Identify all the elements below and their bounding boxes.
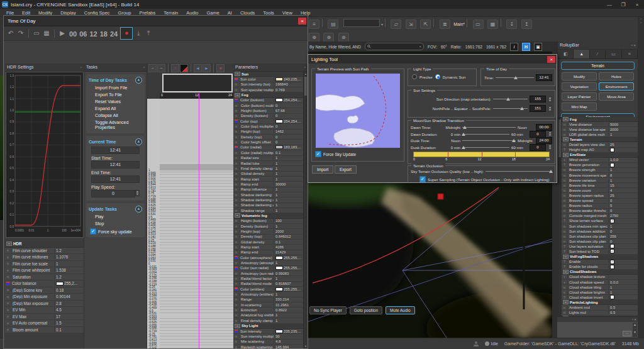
- curve-grid[interactable]: [160, 99, 233, 348]
- slider-thumb[interactable]: [520, 107, 524, 110]
- collapse-group-icon[interactable]: ∧: [135, 77, 142, 84]
- console-more-button[interactable]: …: [623, 331, 631, 336]
- layers-icon[interactable]: ▤: [328, 19, 338, 29]
- pin-icon[interactable]: ▫: [304, 64, 306, 71]
- import-button[interactable]: Import: [312, 165, 333, 174]
- color-swatch[interactable]: [56, 282, 64, 285]
- property-value[interactable]: 4: [609, 189, 638, 192]
- property-value[interactable]: 1: [274, 292, 303, 296]
- property-value[interactable]: 0.99083: [274, 272, 303, 275]
- property-value[interactable]: 0.18: [55, 288, 84, 292]
- property-value[interactable]: 1: [274, 177, 303, 181]
- property-value[interactable]: 0.8922: [274, 308, 303, 312]
- property-value[interactable]: 254,254,...: [274, 98, 303, 102]
- value-stepper[interactable]: ▲▼: [548, 96, 552, 102]
- property-value[interactable]: 1: [274, 187, 303, 191]
- minimize-button[interactable]: —: [602, 2, 616, 8]
- property-row[interactable]: nEV Auto compensat1.5: [5, 320, 84, 327]
- export-button[interactable]: Export: [335, 165, 357, 174]
- property-row[interactable]: n(Dep) Max exposure2.8: [5, 301, 84, 307]
- transition-slider[interactable]: [462, 138, 516, 143]
- slider-thumb[interactable]: [512, 139, 516, 142]
- pin-icon[interactable]: ▫: [632, 318, 633, 321]
- property-value[interactable]: 1: [274, 209, 303, 213]
- property-value[interactable]: 255,255,...: [274, 266, 303, 270]
- info-button[interactable]: i: [510, 43, 518, 51]
- property-value[interactable]: 15: [609, 184, 638, 187]
- day-timeline-bar[interactable]: [413, 152, 550, 157]
- pin-icon[interactable]: ▫: [143, 64, 145, 71]
- key-points-icon[interactable]: ∴: [171, 64, 179, 72]
- filter-label[interactable]: By Name, Hide filtered, AND: [309, 45, 361, 49]
- start-time-value[interactable]: 12:41: [91, 161, 140, 169]
- close-icon[interactable]: ×: [547, 56, 555, 63]
- next-key-icon[interactable]: ►: [203, 64, 211, 72]
- property-value[interactable]: 235,235,...: [274, 330, 303, 333]
- property-value[interactable]: 1: [274, 198, 303, 202]
- terrain-button-vegetation[interactable]: Vegetation: [562, 82, 597, 91]
- search-clear-icon[interactable]: ×: [419, 45, 422, 48]
- dynamic-sun-radio[interactable]: [435, 74, 440, 79]
- collapse-icon[interactable]: −: [235, 93, 240, 97]
- color-swatch[interactable]: [275, 145, 283, 149]
- property-row[interactable]: nShadow darkening1: [233, 192, 303, 197]
- property-row[interactable]: nCloud shadow brightn1: [562, 290, 638, 295]
- property-value[interactable]: 25: [609, 194, 638, 197]
- task-collapse-all[interactable]: Collapse All: [87, 112, 143, 119]
- group-header-volfogshadows[interactable]: −VolFogShadows: [562, 255, 638, 260]
- pin-icon[interactable]: ▫: [80, 64, 82, 71]
- property-value[interactable]: 1.5: [55, 321, 84, 325]
- close-button[interactable]: ×: [630, 2, 644, 8]
- property-row[interactable]: nAnisotropy (entities)1: [233, 292, 303, 297]
- property-value[interactable]: ✓: [609, 249, 638, 253]
- property-value[interactable]: 2750: [609, 214, 638, 218]
- property-row[interactable]: ?Breeze generation: [562, 163, 638, 168]
- property-row[interactable]: Color (top)254,254,...: [233, 119, 303, 124]
- import-object-icon[interactable]: ⇲: [406, 19, 416, 29]
- property-row[interactable]: nSun shadows clip plan256: [562, 234, 638, 239]
- property-value[interactable]: 0: [274, 104, 303, 108]
- property-row[interactable]: nBreeze spawn radius25: [562, 193, 638, 198]
- property-value[interactable]: 0: [609, 230, 638, 233]
- property-row[interactable]: ?Enable✓: [562, 260, 638, 265]
- property-row[interactable]: nFilm curve whitepoint1.538: [5, 267, 84, 274]
- open-icon[interactable]: ▭: [473, 19, 484, 29]
- property-checkbox[interactable]: ✓: [610, 260, 614, 264]
- property-value[interactable]: 1: [274, 261, 303, 265]
- property-value[interactable]: 0.1: [55, 328, 84, 332]
- tab-layers[interactable]: ≡: [622, 50, 638, 58]
- precise-radio[interactable]: [412, 74, 417, 79]
- property-value[interactable]: 0.1: [274, 151, 303, 155]
- property-value[interactable]: 1: [274, 162, 303, 165]
- close-icon[interactable]: ×: [633, 43, 636, 47]
- property-row[interactable]: nHeight (top)1462: [233, 130, 303, 135]
- property-value[interactable]: 255,255,...: [274, 256, 303, 260]
- transition-slider[interactable]: [462, 145, 509, 150]
- property-row[interactable]: Color (bottom)254,254,...: [233, 98, 303, 103]
- property-row[interactable]: nFilm curve shoulder1.2: [5, 248, 84, 255]
- property-row[interactable]: nBreeze strength1: [562, 168, 638, 173]
- property-value[interactable]: 1.538: [55, 268, 84, 272]
- helpers-button[interactable]: H: [522, 43, 530, 51]
- property-value[interactable]: ✓: [609, 260, 638, 264]
- property-value[interactable]: 1: [274, 167, 303, 170]
- property-value[interactable]: 0: [274, 135, 303, 139]
- property-checkbox[interactable]: ✓: [610, 219, 614, 223]
- property-row[interactable]: Color (entities)255,255,...: [233, 287, 303, 292]
- viewport-button-no-sync-player[interactable]: No Sync Player: [309, 306, 347, 314]
- slider-thumb[interactable]: [463, 126, 467, 129]
- color-swatch[interactable]: [275, 256, 283, 260]
- property-value[interactable]: 0: [274, 114, 303, 118]
- property-row[interactable]: nGlobal density0.1: [233, 240, 303, 245]
- collapse-icon[interactable]: −: [563, 153, 569, 157]
- property-row[interactable]: nRadial lobe1: [233, 161, 303, 166]
- property-value[interactable]: 256: [609, 235, 638, 238]
- property-value[interactable]: 1.1076: [55, 255, 84, 259]
- property-row[interactable]: nView distance low spe2000: [562, 127, 638, 132]
- property-value[interactable]: 21429: [274, 250, 303, 254]
- spline-icon[interactable]: ~: [148, 64, 157, 72]
- property-value[interactable]: 4286: [274, 245, 303, 249]
- task-toggle-advanced-properties[interactable]: Toggle Advanced Properties: [87, 119, 143, 131]
- property-value[interactable]: 1: [55, 262, 84, 266]
- tab-display[interactable]: ▭: [606, 50, 621, 58]
